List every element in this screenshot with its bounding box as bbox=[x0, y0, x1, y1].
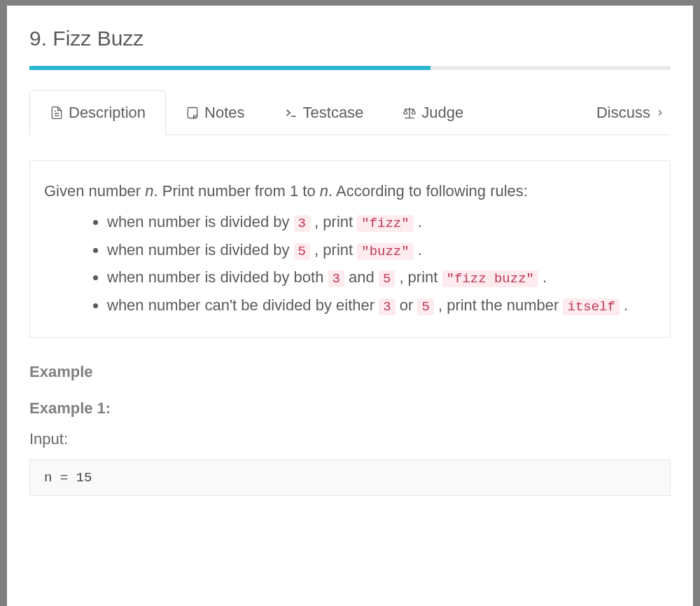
tab-bar: Description Notes Testcase Judge Discuss bbox=[29, 90, 671, 135]
code-inline: 3 bbox=[379, 298, 395, 315]
rule-item: when number is divided by both 3 and 5 ,… bbox=[107, 263, 656, 291]
tab-label: Judge bbox=[421, 104, 463, 122]
code-inline: 3 bbox=[294, 215, 310, 232]
tab-notes[interactable]: Notes bbox=[166, 90, 264, 135]
progress-bar bbox=[29, 66, 671, 70]
problem-title: 9. Fizz Buzz bbox=[29, 27, 671, 50]
tab-label: Testcase bbox=[303, 104, 364, 122]
code-inline: 3 bbox=[328, 270, 344, 287]
tab-label: Notes bbox=[204, 104, 244, 122]
code-inline: itself bbox=[563, 298, 619, 315]
file-text-icon bbox=[50, 106, 64, 120]
note-icon bbox=[186, 106, 200, 120]
tab-testcase[interactable]: Testcase bbox=[265, 90, 384, 135]
description-intro: Given number n. Print number from 1 to n… bbox=[44, 179, 656, 202]
terminal-icon bbox=[284, 106, 298, 120]
progress-fill bbox=[29, 66, 430, 70]
code-inline: "fizz" bbox=[357, 215, 413, 232]
code-inline: 5 bbox=[379, 270, 395, 287]
tab-label: Discuss bbox=[596, 104, 650, 122]
code-inline: 5 bbox=[417, 298, 433, 315]
rule-item: when number is divided by 5 , print "buz… bbox=[107, 236, 656, 264]
code-inline: "buzz" bbox=[357, 243, 413, 260]
input-code-block: n = 15 bbox=[29, 460, 671, 496]
code-inline: 5 bbox=[294, 243, 310, 260]
spacer bbox=[483, 90, 577, 135]
scale-icon bbox=[402, 106, 416, 120]
rules-list: when number is divided by 3 , print "fiz… bbox=[44, 208, 656, 319]
example-1-heading: Example 1: bbox=[29, 399, 671, 418]
rule-item: when number can't be divided by either 3… bbox=[107, 291, 656, 319]
rule-item: when number is divided by 3 , print "fiz… bbox=[107, 208, 656, 236]
example-heading: Example bbox=[29, 363, 671, 381]
code-inline: "fizz buzz" bbox=[442, 270, 538, 287]
tab-judge[interactable]: Judge bbox=[383, 90, 483, 135]
problem-page: 9. Fizz Buzz Description Notes Testcase bbox=[7, 6, 693, 606]
tab-label: Description bbox=[69, 104, 146, 122]
tab-discuss[interactable]: Discuss bbox=[577, 90, 671, 135]
description-box: Given number n. Print number from 1 to n… bbox=[29, 160, 671, 338]
chevron-right-icon bbox=[655, 106, 665, 120]
input-label: Input: bbox=[29, 430, 671, 448]
tab-description[interactable]: Description bbox=[29, 90, 166, 135]
